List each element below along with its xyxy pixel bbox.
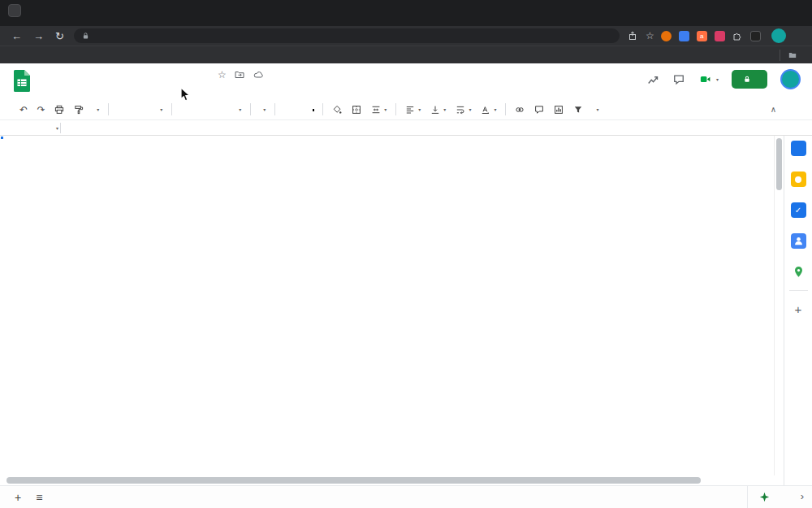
caret-down-icon: ▾ [239, 106, 241, 112]
toolbar-divider [171, 103, 172, 115]
bookmarks-right [763, 50, 812, 61]
extension-icon-a[interactable]: a [697, 31, 707, 41]
text-wrap-button[interactable]: ▾ [451, 105, 476, 115]
font-select[interactable]: ▾ [176, 106, 246, 112]
calendar-icon[interactable] [791, 141, 806, 156]
borders-button[interactable] [347, 105, 366, 115]
back-button[interactable]: ← [11, 30, 22, 42]
name-box[interactable]: ▾ [0, 125, 58, 131]
toolbar-divider [322, 103, 323, 115]
keep-icon[interactable] [791, 172, 806, 187]
browser-tab-bar [0, 0, 812, 26]
print-button[interactable] [50, 105, 69, 115]
other-bookmarks-button[interactable] [788, 51, 801, 59]
meet-button[interactable]: ▾ [698, 74, 719, 85]
horizontal-scrollbar[interactable] [0, 475, 774, 485]
toolbar-divider [505, 103, 506, 115]
caret-down-icon: ▾ [716, 76, 719, 82]
formula-input[interactable] [76, 120, 812, 135]
add-icon[interactable]: + [791, 302, 806, 317]
mouse-cursor [180, 87, 191, 102]
browser-toolbar: ← → ↻ ☆ a [0, 26, 812, 46]
forward-button[interactable]: → [33, 30, 44, 42]
merge-cells-button[interactable]: ▾ [366, 105, 391, 115]
sheets-logo-icon[interactable] [13, 69, 31, 93]
insights-icon[interactable] [646, 74, 659, 85]
refresh-button[interactable]: ↻ [55, 30, 64, 42]
side-panel-collapse-icon[interactable]: › [801, 490, 804, 502]
vertical-scrollbar-thumb[interactable] [776, 138, 782, 190]
meet-camera-icon [698, 74, 712, 85]
caret-down-icon: ▾ [263, 106, 266, 112]
sheet-tab-bar: + ≡ › [0, 485, 812, 508]
bookmarks-divider [780, 50, 780, 61]
bookmarks-bar [0, 46, 812, 63]
browser-profile-avatar[interactable] [771, 28, 786, 43]
explore-icon [759, 492, 770, 502]
lock-icon [82, 32, 89, 40]
paint-format-button[interactable] [69, 105, 89, 115]
caret-down-icon: ▾ [56, 125, 58, 131]
tasks-icon[interactable]: ✓ [791, 202, 806, 218]
move-folder-icon[interactable] [234, 70, 245, 80]
share-button[interactable] [732, 70, 767, 89]
bookmark-star-icon[interactable]: ☆ [646, 30, 654, 41]
side-panel-divider [789, 290, 808, 291]
caret-down-icon: ▾ [418, 106, 421, 112]
cloud-status-icon[interactable] [253, 70, 265, 80]
fill-color-button[interactable] [327, 105, 347, 115]
caret-down-icon: ▾ [494, 106, 496, 112]
puzzle-icon[interactable] [732, 31, 743, 41]
address-bar[interactable] [74, 28, 620, 43]
toolbar-divider [395, 103, 396, 115]
comments-icon[interactable] [672, 74, 685, 85]
selected-cell-outline[interactable] [0, 136, 3, 139]
share-page-icon[interactable] [628, 31, 637, 41]
sheets-toolbar: ↶ ↷ ▾ ▾ ▾ ▾ ▾ ▾ ▾ ▾ ▾ ▾ ∧ [0, 99, 812, 120]
hide-menus-button[interactable]: ∧ [771, 105, 776, 114]
all-sheets-button[interactable]: ≡ [36, 491, 42, 504]
toolbar-divider [250, 103, 251, 115]
window-controls-icon[interactable] [8, 4, 21, 17]
caret-down-icon: ▾ [97, 106, 99, 112]
font-size-select[interactable]: ▾ [255, 106, 270, 112]
horizontal-scrollbar-thumb[interactable] [6, 477, 701, 484]
add-sheet-button[interactable]: + [15, 491, 21, 504]
insert-comment-button[interactable] [529, 105, 549, 115]
workspace-side-panel: ✓ + [784, 136, 812, 485]
extensions-cluster: a [661, 28, 786, 43]
fill-handle[interactable] [0, 136, 4, 140]
toolbar-divider [108, 103, 109, 115]
contacts-icon[interactable] [791, 233, 806, 249]
vertical-scrollbar[interactable] [774, 136, 784, 475]
caret-down-icon: ▾ [160, 106, 162, 112]
create-filter-button[interactable] [568, 105, 588, 115]
extension-icon-blue[interactable] [679, 31, 689, 41]
caret-down-icon: ▾ [443, 106, 446, 112]
extension-icon-red[interactable] [715, 31, 725, 41]
caret-down-icon: ▾ [596, 106, 598, 112]
horizontal-align-button[interactable]: ▾ [400, 105, 425, 115]
extension-icon-orange[interactable] [661, 31, 672, 41]
redo-button[interactable]: ↷ [32, 104, 50, 115]
vertical-align-button[interactable]: ▾ [425, 105, 451, 115]
account-avatar[interactable] [780, 69, 801, 89]
text-rotation-button[interactable]: ▾ [476, 105, 501, 115]
formula-bar-divider [60, 123, 61, 133]
functions-button[interactable]: ▾ [588, 106, 603, 112]
more-formats-button[interactable]: ▾ [152, 106, 167, 112]
star-icon[interactable]: ☆ [218, 69, 227, 80]
browser-window: ← → ↻ ☆ a [0, 0, 812, 508]
color-bar [313, 109, 314, 111]
maps-icon[interactable] [791, 264, 806, 280]
insert-link-button[interactable] [510, 105, 529, 115]
extension-icon-dark[interactable] [750, 31, 761, 41]
toolbar-divider [274, 103, 275, 115]
folder-icon [788, 51, 797, 59]
insert-chart-button[interactable] [549, 105, 568, 115]
undo-button[interactable]: ↶ [15, 104, 32, 115]
spreadsheet-grid [0, 136, 774, 475]
explore-button[interactable] [747, 486, 775, 508]
zoom-select[interactable]: ▾ [89, 106, 104, 112]
lock-icon [743, 75, 751, 84]
